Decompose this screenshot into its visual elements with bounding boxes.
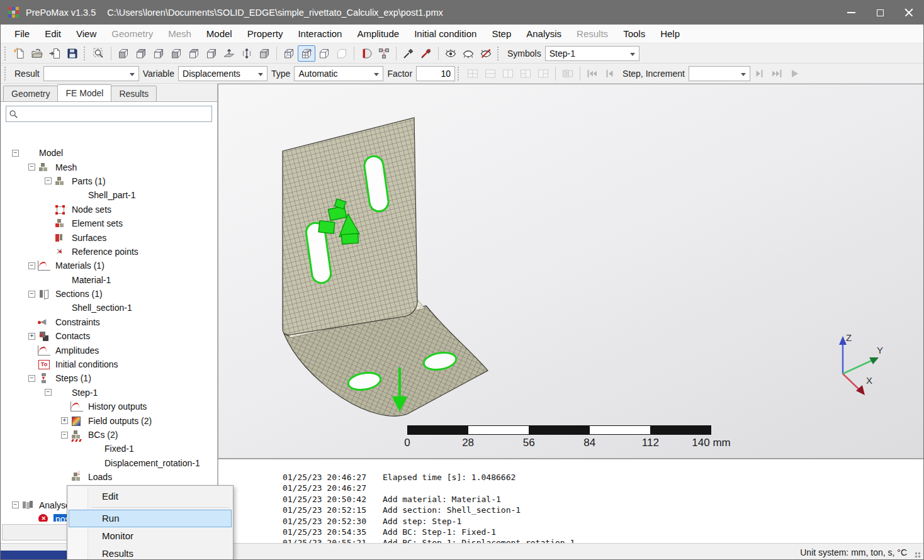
- last-increment-button[interactable]: [768, 65, 786, 82]
- toolbar-grip[interactable]: [497, 47, 501, 60]
- tree-item[interactable]: + Contacts: [1, 329, 217, 343]
- resize-grip-icon[interactable]: [915, 552, 921, 559]
- menu-item[interactable]: File: [7, 25, 37, 43]
- expander-icon[interactable]: −: [28, 164, 35, 171]
- variable-select[interactable]: Displacements: [178, 66, 268, 81]
- factor-input[interactable]: [416, 66, 455, 81]
- new-file-button[interactable]: [11, 45, 28, 62]
- toolbar-grip[interactable]: [4, 67, 8, 81]
- exploded-view-button[interactable]: [375, 45, 393, 62]
- viewport-3d[interactable]: 0285684112140 mm Z Y X: [218, 84, 923, 459]
- menu-item[interactable]: Edit: [37, 25, 69, 43]
- vertical-view-button[interactable]: [238, 45, 256, 62]
- expander-icon[interactable]: −: [28, 262, 35, 269]
- tree-item[interactable]: Element sets: [1, 216, 217, 230]
- expander-icon[interactable]: −: [12, 501, 19, 508]
- tree-item[interactable]: Loads: [1, 470, 217, 484]
- expander-icon[interactable]: −: [28, 291, 35, 298]
- remove-annotations-button[interactable]: [417, 45, 435, 62]
- layout-all-button[interactable]: [464, 65, 482, 82]
- first-increment-button[interactable]: [583, 65, 601, 82]
- tree-item[interactable]: Constraints: [1, 315, 217, 329]
- show-element-edges-button[interactable]: [298, 45, 315, 62]
- tree-item[interactable]: − BCs (2): [1, 428, 217, 442]
- open-file-button[interactable]: [28, 45, 46, 62]
- menu-item[interactable]: Model: [199, 25, 240, 43]
- top-view-button[interactable]: [185, 45, 203, 62]
- animate-button[interactable]: [786, 65, 803, 82]
- expander-icon[interactable]: +: [28, 333, 35, 340]
- save-button[interactable]: [64, 45, 81, 62]
- tree-item[interactable]: − Parts (1): [1, 174, 217, 188]
- tree-item[interactable]: Reference points: [1, 245, 217, 259]
- result-select[interactable]: [43, 66, 139, 81]
- minimize-button[interactable]: [837, 1, 865, 25]
- menu-item[interactable]: Help: [653, 25, 687, 43]
- menu-item[interactable]: View: [69, 25, 104, 43]
- menu-item[interactable]: Property: [240, 25, 291, 43]
- tree-item[interactable]: Amplitudes: [1, 343, 217, 357]
- panel-tab[interactable]: Results: [111, 86, 157, 101]
- expander-icon[interactable]: +: [61, 417, 68, 424]
- import-file-button[interactable]: [46, 45, 64, 62]
- layout-rows-button[interactable]: [482, 65, 499, 82]
- menu-item[interactable]: Interaction: [290, 25, 349, 43]
- panel-tab[interactable]: Geometry: [3, 86, 58, 101]
- toolbar-grip[interactable]: [84, 47, 87, 60]
- menu-item[interactable]: Mesh: [161, 25, 199, 43]
- left-view-button[interactable]: [150, 45, 167, 62]
- toolbar-grip[interactable]: [458, 67, 461, 81]
- tree-item[interactable]: Displacement_rotation-1: [1, 456, 217, 470]
- context-menu-item[interactable]: Monitor: [69, 527, 232, 545]
- tree-item[interactable]: − Mesh: [1, 160, 217, 174]
- query-button[interactable]: [400, 45, 417, 62]
- context-menu-item[interactable]: Results: [69, 545, 232, 560]
- next-increment-button[interactable]: [750, 65, 768, 82]
- symbols-select[interactable]: Step-1: [545, 46, 639, 61]
- previous-increment-button[interactable]: [601, 65, 619, 82]
- menu-item[interactable]: Tools: [616, 25, 653, 43]
- tree-item[interactable]: Material-1: [1, 273, 217, 287]
- tree-item[interactable]: Initial conditions: [1, 357, 217, 371]
- toolbar-grip[interactable]: [4, 47, 8, 60]
- hide-button[interactable]: [477, 45, 495, 62]
- step-increment-select[interactable]: [689, 66, 750, 81]
- tree-item[interactable]: Fixed-1: [1, 442, 217, 456]
- menu-item[interactable]: Results: [569, 25, 616, 43]
- menu-item[interactable]: Amplitude: [349, 25, 407, 43]
- back-view-button[interactable]: [132, 45, 150, 62]
- tree-item[interactable]: − Steps (1): [1, 371, 217, 385]
- menu-item[interactable]: Initial condition: [407, 25, 484, 43]
- tree-item[interactable]: − Step-1: [1, 386, 217, 400]
- tree-item[interactable]: History outputs: [1, 400, 217, 413]
- front-view-button[interactable]: [115, 45, 132, 62]
- expander-icon[interactable]: −: [45, 389, 52, 396]
- normal-view-button[interactable]: [220, 45, 238, 62]
- layout-left-button[interactable]: [517, 65, 534, 82]
- close-button[interactable]: [894, 1, 923, 25]
- right-view-button[interactable]: [167, 45, 185, 62]
- tree-item[interactable]: − Model: [1, 146, 217, 160]
- expander-icon[interactable]: −: [12, 150, 19, 157]
- context-menu-item[interactable]: Edit: [69, 488, 232, 505]
- model-edges-button[interactable]: [315, 45, 333, 62]
- bottom-view-button[interactable]: [203, 45, 220, 62]
- layout-columns-button[interactable]: [499, 65, 517, 82]
- tree-item[interactable]: Node sets: [1, 203, 217, 216]
- expander-icon[interactable]: −: [61, 432, 68, 439]
- menu-item[interactable]: Geometry: [104, 25, 161, 43]
- show-button[interactable]: [442, 45, 459, 62]
- expander-icon[interactable]: −: [28, 375, 35, 382]
- tree-item[interactable]: Surfaces: [1, 230, 217, 244]
- undeformed-mirror-button[interactable]: [559, 65, 577, 82]
- expander-icon[interactable]: −: [45, 177, 52, 184]
- panel-tab[interactable]: FE Model: [57, 84, 111, 101]
- menu-item[interactable]: Step: [484, 25, 519, 43]
- tree-item[interactable]: Shell_part-1: [1, 188, 217, 202]
- tree-item[interactable]: − Materials (1): [1, 259, 217, 272]
- no-edges-button[interactable]: [333, 45, 351, 62]
- isometric-view-button[interactable]: [256, 45, 273, 62]
- wireframe-button[interactable]: [280, 45, 298, 62]
- tree-item[interactable]: + Field outputs (2): [1, 413, 217, 427]
- menu-item[interactable]: Analysis: [519, 25, 569, 43]
